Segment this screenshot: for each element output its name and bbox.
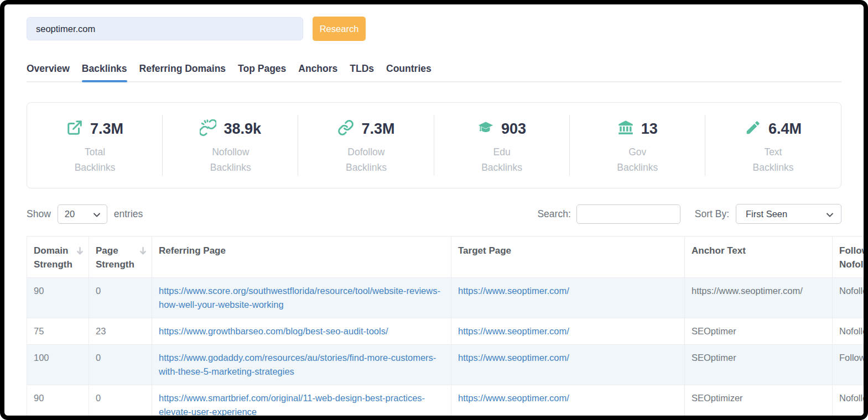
- table-row: 75 23 https://www.growthbarseo.com/blog/…: [27, 318, 864, 345]
- app-window: Research Overview Backlinks Referring Do…: [0, 0, 868, 420]
- tab-countries[interactable]: Countries: [386, 63, 432, 81]
- sort-by-label: Sort By:: [695, 208, 729, 220]
- column-header-target-page[interactable]: Target Page: [451, 237, 685, 278]
- column-header-referring-page[interactable]: Referring Page: [152, 237, 451, 278]
- page-strength-cell: 0: [89, 385, 152, 420]
- target-page-cell: https://www.seoptimer.com/: [451, 278, 685, 318]
- page-strength-cell: 23: [89, 318, 152, 345]
- anchor-text-cell: SEOptimizer: [685, 385, 833, 420]
- research-button[interactable]: Research: [313, 17, 366, 41]
- referring-page-link[interactable]: https://www.smartbrief.com/original/11-w…: [159, 393, 425, 417]
- referring-page-link[interactable]: https://www.godaddy.com/resources/au/sto…: [159, 353, 436, 376]
- anchor-text-cell: SEOptimer: [685, 318, 833, 345]
- follow-cell: Nofollow: [833, 278, 864, 318]
- pencil-icon: [745, 119, 761, 138]
- link-icon: [337, 119, 354, 138]
- chevron-down-icon: [822, 209, 833, 219]
- page-strength-cell: 0: [89, 345, 152, 385]
- stat-label: TotalBacklinks: [27, 144, 163, 175]
- target-page-link[interactable]: https://www.seoptimer.com/: [458, 286, 569, 296]
- entries-label: entries: [114, 208, 143, 220]
- anchor-text-cell: SEOptimer: [685, 345, 833, 385]
- table-row: 100 0 https://www.godaddy.com/resources/…: [27, 345, 864, 385]
- referring-page-link[interactable]: https://www.score.org/southwestflorida/r…: [159, 286, 440, 309]
- target-page-link[interactable]: https://www.seoptimer.com/: [458, 353, 569, 363]
- unlink-icon: [200, 119, 216, 138]
- stat-value: 38.9k: [224, 120, 261, 138]
- stat-value: 6.4M: [768, 120, 802, 138]
- follow-cell: Follow: [833, 345, 864, 385]
- stat-dofollow-backlinks: 7.3M DofollowBacklinks: [298, 103, 434, 188]
- tab-referring-domains[interactable]: Referring Domains: [139, 63, 226, 81]
- stat-edu-backlinks: 903 EduBacklinks: [434, 103, 570, 188]
- tab-top-pages[interactable]: Top Pages: [238, 63, 286, 81]
- stat-value: 903: [501, 120, 526, 138]
- stat-nofollow-backlinks: 38.9k NofollowBacklinks: [163, 103, 298, 188]
- domain-strength-cell: 75: [27, 318, 89, 345]
- stat-label: NofollowBacklinks: [163, 144, 298, 175]
- page-strength-cell: 0: [89, 278, 152, 318]
- sort-by-select[interactable]: First Seen: [736, 204, 841, 224]
- referring-page-cell: https://www.score.org/southwestflorida/r…: [152, 278, 451, 318]
- external-link-icon: [66, 119, 83, 138]
- column-header-follow-nofollow[interactable]: Follow Nofollow: [833, 237, 864, 278]
- table-row: 90 0 https://www.smartbrief.com/original…: [27, 385, 864, 420]
- stat-gov-backlinks: 13 GovBacklinks: [570, 103, 705, 188]
- table-row: 90 0 https://www.score.org/southwestflor…: [27, 278, 864, 318]
- follow-cell: Nofollow: [833, 385, 864, 420]
- target-page-cell: https://www.seoptimer.com/: [451, 345, 685, 385]
- chevron-down-icon: [89, 209, 100, 219]
- tab-tlds[interactable]: TLDs: [350, 63, 374, 81]
- target-page-cell: https://www.seoptimer.com/: [451, 385, 685, 420]
- follow-cell: Nofollow: [833, 318, 864, 345]
- stat-label: DofollowBacklinks: [298, 144, 434, 175]
- domain-search-bar: Research: [27, 17, 841, 41]
- domain-input[interactable]: [27, 17, 303, 40]
- column-header-anchor-text[interactable]: Anchor Text: [685, 237, 833, 278]
- column-header-page-strength[interactable]: Page Strength: [89, 237, 152, 278]
- table-header-row: Domain Strength Page Strength Referring …: [27, 237, 864, 278]
- tab-backlinks[interactable]: Backlinks: [82, 63, 127, 81]
- stat-label: EduBacklinks: [434, 144, 570, 175]
- referring-page-cell: https://www.smartbrief.com/original/11-w…: [152, 385, 451, 420]
- backlink-stats-card: 7.3M TotalBacklinks: [27, 102, 841, 188]
- entries-select[interactable]: 20: [58, 204, 107, 224]
- stat-value: 7.3M: [90, 120, 123, 138]
- column-header-domain-strength[interactable]: Domain Strength: [27, 237, 89, 278]
- tab-anchors[interactable]: Anchors: [298, 63, 337, 81]
- target-page-link[interactable]: https://www.seoptimer.com/: [458, 326, 569, 336]
- tab-bar: Overview Backlinks Referring Domains Top…: [27, 63, 841, 82]
- tab-overview[interactable]: Overview: [27, 63, 70, 81]
- anchor-text-cell: https://www.seoptimer.com/: [685, 278, 833, 318]
- graduation-cap-icon: [477, 119, 494, 138]
- stat-label: TextBacklinks: [705, 144, 841, 175]
- target-page-cell: https://www.seoptimer.com/: [451, 318, 685, 345]
- referring-page-cell: https://www.growthbarseo.com/blog/best-s…: [152, 318, 451, 345]
- table-search-input[interactable]: [576, 204, 680, 224]
- backlinks-table-wrap: Domain Strength Page Strength Referring …: [27, 236, 864, 420]
- domain-strength-cell: 90: [27, 385, 89, 420]
- stat-label: GovBacklinks: [570, 144, 705, 175]
- table-controls: Show 20 entries Search: Sort By: First S…: [27, 204, 841, 224]
- search-label: Search:: [537, 208, 570, 220]
- stat-value: 13: [641, 120, 658, 138]
- bank-icon: [617, 119, 634, 138]
- domain-strength-cell: 100: [27, 345, 89, 385]
- domain-strength-cell: 90: [27, 278, 89, 318]
- stat-text-backlinks: 6.4M TextBacklinks: [705, 103, 841, 188]
- stat-total-backlinks: 7.3M TotalBacklinks: [27, 103, 163, 188]
- stat-value: 7.3M: [361, 120, 394, 138]
- target-page-link[interactable]: https://www.seoptimer.com/: [458, 393, 569, 403]
- show-label: Show: [27, 208, 51, 220]
- sort-desc-icon[interactable]: [76, 245, 84, 254]
- backlinks-table: Domain Strength Page Strength Referring …: [27, 236, 864, 420]
- referring-page-cell: https://www.godaddy.com/resources/au/sto…: [152, 345, 451, 385]
- sort-desc-icon[interactable]: [139, 245, 147, 254]
- referring-page-link[interactable]: https://www.growthbarseo.com/blog/best-s…: [159, 326, 388, 336]
